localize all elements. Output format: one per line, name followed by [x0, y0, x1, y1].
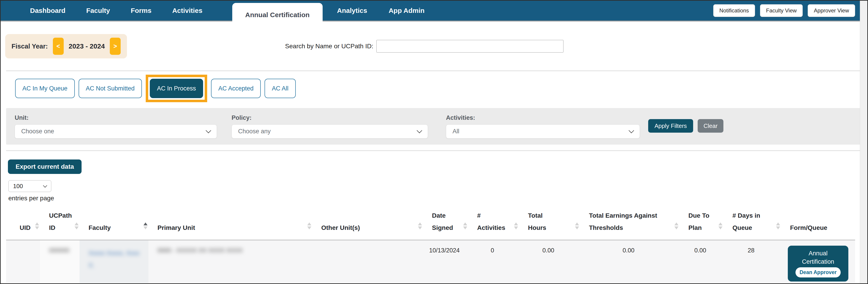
apply-filters-button[interactable]: Apply Filters	[648, 119, 693, 133]
nav-item-forms[interactable]: Forms	[131, 7, 152, 14]
nav-item-app-admin[interactable]: App Admin	[389, 7, 425, 14]
tab-ac-in-my-queue[interactable]: AC In My Queue	[15, 79, 75, 98]
sort-icon[interactable]	[718, 222, 722, 229]
activities-select[interactable]: All	[446, 125, 640, 139]
search-group: Search by Name or UCPath ID:	[285, 40, 564, 52]
col-header-due-to-plan[interactable]: Due To Plan	[679, 210, 723, 240]
annual-certification-button[interactable]: Annual Certification Dean Approver	[788, 246, 848, 282]
sort-icon[interactable]	[575, 222, 579, 229]
redacted-text: 000000	[49, 247, 69, 254]
cell-primary-unit-redacted: 0000 - XXXXX XX XXXX XXXX	[149, 240, 312, 283]
tab-ac-all[interactable]: AC All	[265, 79, 296, 98]
tab-ac-accepted[interactable]: AC Accepted	[211, 79, 261, 98]
entries-per-page-label: entries per page	[8, 195, 867, 202]
fiscal-year-label: Fiscal Year:	[11, 43, 48, 50]
sort-icon-active-asc[interactable]	[144, 222, 148, 229]
search-input[interactable]	[376, 40, 563, 52]
fiscal-search-row: Fiscal Year: < 2023 - 2024 > Search by N…	[5, 34, 867, 59]
search-label: Search by Name or UCPath ID:	[285, 43, 373, 50]
policy-filter-group: Policy: Choose any	[231, 114, 428, 139]
nav-tab-annual-certification-active[interactable]: Annual Certification	[232, 3, 322, 27]
ac-in-process-table: UID UCPath ID Faculty Primary Unit	[6, 210, 855, 283]
filters-panel: Unit: Choose one Policy: Choose any Acti…	[6, 108, 863, 145]
divider-bottom	[6, 150, 862, 151]
navbar-actions: Notifications Faculty View Approver View	[713, 4, 855, 17]
col-header-days-in-queue[interactable]: # Days in Queue	[723, 210, 781, 240]
vertical-scrollbar[interactable]	[860, 1, 867, 283]
col-header-num-activities[interactable]: # Activities	[468, 210, 519, 240]
col-header-date-signed[interactable]: Date Signed	[423, 210, 468, 240]
cell-total-hours: 0.00	[519, 240, 580, 283]
cell-days-in-queue: 28	[723, 240, 781, 283]
nav-item-activities[interactable]: Activities	[172, 7, 202, 14]
fiscal-year-selector: Fiscal Year: < 2023 - 2024 >	[5, 34, 127, 59]
col-header-total-earnings[interactable]: Total Earnings Against Thresholds	[580, 210, 679, 240]
cell-ucpath-id-redacted: 000000	[40, 240, 80, 283]
sort-icon[interactable]	[674, 222, 678, 229]
faculty-view-button[interactable]: Faculty View	[760, 4, 803, 17]
cell-total-earnings: 0.00	[580, 240, 679, 283]
sort-icon[interactable]	[35, 222, 39, 229]
sort-icon[interactable]	[74, 222, 79, 229]
activities-label: Activities:	[446, 114, 640, 121]
fiscal-year-value: 2023 - 2024	[69, 42, 105, 50]
unit-label: Unit:	[15, 114, 217, 121]
notifications-button[interactable]: Notifications	[713, 4, 755, 17]
sort-icon[interactable]	[776, 222, 780, 229]
policy-label: Policy:	[231, 114, 428, 121]
cell-uid	[6, 240, 40, 283]
nav-item-faculty[interactable]: Faculty	[86, 7, 110, 14]
page-size-select[interactable]: 100	[8, 180, 51, 192]
policy-select[interactable]: Choose any	[231, 125, 428, 139]
faculty-link-redacted[interactable]: Xxxxx Xxxxx, Xxxx	[89, 250, 140, 256]
unit-filter-group: Unit: Choose one	[15, 114, 217, 139]
activities-filter-group: Activities: All	[446, 114, 640, 139]
sort-icon[interactable]	[307, 222, 311, 229]
cell-other-units	[312, 240, 423, 283]
highlight-box: AC In Process	[146, 75, 208, 102]
tab-ac-not-submitted[interactable]: AC Not Submitted	[79, 79, 142, 98]
table-row: 000000 Xxxxx Xxxxx, Xxxx X. 0000 - XXXXX…	[6, 240, 855, 283]
sort-icon[interactable]	[514, 222, 518, 229]
col-header-primary-unit[interactable]: Primary Unit	[149, 210, 312, 240]
sort-icon[interactable]	[418, 222, 422, 229]
queue-tabs-row: AC In My Queue AC Not Submitted AC In Pr…	[15, 75, 867, 102]
dean-approver-badge: Dean Approver	[796, 267, 841, 278]
sort-icon[interactable]	[463, 222, 467, 229]
col-header-form-queue: Form/Queue	[781, 210, 855, 240]
cell-date-signed: 10/13/2024	[423, 240, 468, 283]
fiscal-year-next-button[interactable]: >	[110, 38, 121, 55]
unit-select-value: Choose one	[21, 128, 54, 135]
tab-ac-in-process-active[interactable]: AC In Process	[150, 79, 203, 98]
filter-buttons: Apply Filters Clear	[648, 119, 723, 133]
nav-item-analytics[interactable]: Analytics	[337, 7, 367, 14]
unit-select[interactable]: Choose one	[15, 125, 217, 139]
cell-faculty-redacted: Xxxxx Xxxxx, Xxxx X.	[80, 240, 149, 283]
top-navbar: Dashboard Faculty Forms Activities Annua…	[1, 1, 860, 22]
col-header-ucpath-id[interactable]: UCPath ID	[40, 210, 80, 240]
cell-form-queue: Annual Certification Dean Approver	[781, 240, 855, 283]
col-header-total-hours[interactable]: Total Hours	[519, 210, 580, 240]
col-header-other-units[interactable]: Other Unit(s)	[312, 210, 423, 240]
cell-num-activities: 0	[468, 240, 519, 283]
export-current-data-button[interactable]: Export current data	[8, 159, 82, 174]
faculty-link-redacted[interactable]: X.	[89, 262, 94, 269]
chevron-down-icon	[628, 128, 634, 133]
fiscal-year-prev-button[interactable]: <	[53, 38, 64, 55]
cell-due-to-plan: 0.00	[679, 240, 723, 283]
page-size-value: 100	[13, 183, 23, 190]
col-header-uid[interactable]: UID	[6, 210, 40, 240]
app-window: Dashboard Faculty Forms Activities Annua…	[0, 0, 868, 284]
nav-item-dashboard[interactable]: Dashboard	[30, 7, 65, 14]
clear-filters-button[interactable]: Clear	[698, 119, 723, 133]
policy-select-value: Choose any	[238, 128, 271, 135]
chevron-down-icon	[43, 183, 47, 187]
chevron-down-icon	[416, 128, 422, 133]
divider-top	[6, 71, 862, 71]
table-header-row: UID UCPath ID Faculty Primary Unit	[6, 210, 855, 240]
chevron-down-icon	[206, 128, 211, 133]
activities-select-value: All	[453, 128, 459, 135]
col-header-faculty[interactable]: Faculty	[80, 210, 149, 240]
redacted-text: 0000 - XXXXX XX XXXX XXXX	[157, 247, 243, 254]
approver-view-button[interactable]: Approver View	[808, 4, 855, 17]
